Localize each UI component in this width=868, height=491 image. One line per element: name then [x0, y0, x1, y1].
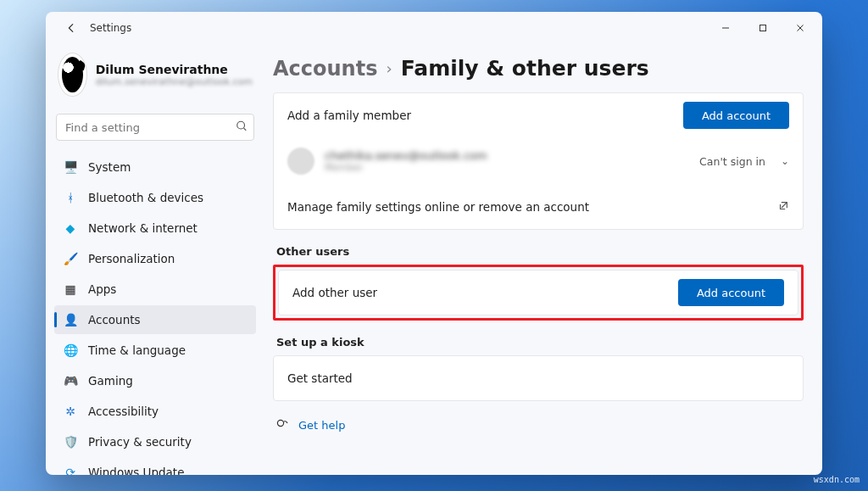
kiosk-card: Get started: [273, 355, 804, 401]
sidebar-item-system[interactable]: 🖥️System: [54, 153, 256, 181]
sidebar-item-privacy[interactable]: 🛡️Privacy & security: [54, 427, 256, 456]
svg-point-4: [277, 420, 283, 426]
accounts-icon: 👤: [63, 312, 78, 327]
bluetooth-icon: ᚼ: [63, 190, 78, 205]
add-family-member-label: Add a family member: [287, 109, 683, 122]
gaming-icon: 🎮: [63, 373, 78, 388]
window-title: Settings: [90, 22, 131, 34]
member-status: Can't sign in: [699, 155, 765, 168]
chevron-right-icon: ›: [386, 59, 392, 77]
add-other-account-button[interactable]: Add account: [678, 279, 784, 306]
windows-update-icon: ⟳: [63, 465, 78, 475]
breadcrumb: Accounts › Family & other users: [273, 47, 804, 92]
get-help-row: Get help: [273, 405, 804, 445]
add-family-member-row: Add a family member Add account: [274, 93, 803, 137]
sidebar-item-bluetooth[interactable]: ᚼBluetooth & devices: [54, 183, 256, 212]
maximize-button[interactable]: [744, 15, 782, 41]
nav-label: System: [88, 160, 131, 174]
help-icon: [276, 416, 290, 433]
nav-label: Gaming: [88, 374, 133, 388]
sidebar-item-time-language[interactable]: 🌐Time & language: [54, 336, 256, 365]
external-link-icon: [777, 200, 789, 215]
svg-rect-1: [760, 25, 766, 31]
profile-block[interactable]: Dilum Senevirathne dilum.senevirathne@ou…: [54, 49, 256, 107]
nav-label: Privacy & security: [88, 435, 192, 449]
sidebar-item-accessibility[interactable]: ✲Accessibility: [54, 397, 256, 426]
chevron-down-icon[interactable]: ⌄: [781, 155, 789, 167]
system-icon: 🖥️: [63, 159, 78, 175]
avatar: [58, 53, 87, 97]
personalization-icon: 🖌️: [63, 251, 78, 266]
member-role: Member: [325, 162, 689, 173]
back-button[interactable]: [58, 16, 85, 40]
sidebar-item-personalization[interactable]: 🖌️Personalization: [54, 244, 256, 273]
add-family-account-button[interactable]: Add account: [683, 102, 789, 129]
privacy-icon: 🛡️: [63, 434, 78, 449]
breadcrumb-category[interactable]: Accounts: [273, 57, 377, 81]
minimize-button[interactable]: [707, 15, 744, 41]
nav-label: Bluetooth & devices: [88, 191, 203, 204]
accessibility-icon: ✲: [63, 404, 78, 419]
svg-line-3: [244, 128, 247, 131]
family-card: Add a family member Add account chethika…: [273, 92, 804, 230]
nav-label: Accounts: [88, 313, 141, 326]
profile-email: dilum.senevirathne@outlook.com: [96, 76, 253, 87]
settings-window: Settings Dilum Senevirathne dilum.senevi…: [46, 12, 822, 475]
manage-family-row[interactable]: Manage family settings online or remove …: [274, 185, 803, 229]
member-avatar: [287, 148, 314, 175]
nav-label: Accessibility: [88, 405, 159, 418]
sidebar-item-accounts[interactable]: 👤Accounts: [54, 305, 256, 334]
network-icon: ◆: [63, 220, 78, 236]
close-button[interactable]: [782, 15, 819, 41]
manage-family-label: Manage family settings online or remove …: [287, 200, 777, 214]
search-icon: [236, 120, 248, 135]
sidebar-item-windows-update[interactable]: ⟳Windows Update: [54, 458, 256, 475]
sidebar-item-network[interactable]: ◆Network & internet: [54, 214, 256, 243]
time-language-icon: 🌐: [63, 343, 78, 358]
nav-label: Personalization: [88, 252, 175, 265]
main-panel: Accounts › Family & other users Add a fa…: [264, 44, 822, 475]
add-other-user-label: Add other user: [292, 286, 678, 299]
family-member-row[interactable]: chethika.senev@outlook.com Member Can't …: [274, 137, 803, 185]
kiosk-get-started-label: Get started: [287, 371, 789, 385]
page-title: Family & other users: [401, 56, 649, 81]
nav-label: Network & internet: [88, 221, 198, 235]
watermark: wsxdn.com: [814, 475, 860, 484]
get-help-link[interactable]: Get help: [298, 419, 345, 432]
kiosk-get-started-row[interactable]: Get started: [274, 356, 803, 400]
content: Dilum Senevirathne dilum.senevirathne@ou…: [46, 44, 822, 475]
sidebar-item-gaming[interactable]: 🎮Gaming: [54, 366, 256, 395]
nav: 🖥️System ᚼBluetooth & devices ◆Network &…: [54, 153, 256, 475]
nav-label: Time & language: [88, 343, 186, 357]
svg-point-2: [237, 121, 245, 129]
search-box: [56, 114, 254, 141]
profile-name: Dilum Senevirathne: [96, 63, 253, 76]
nav-label: Apps: [88, 282, 116, 296]
add-other-user-row: Add other user Add account: [279, 271, 798, 315]
nav-label: Windows Update: [88, 466, 184, 475]
apps-icon: ▦: [63, 282, 78, 297]
highlight-add-other-user: Add other user Add account: [273, 265, 804, 321]
sidebar: Dilum Senevirathne dilum.senevirathne@ou…: [46, 44, 264, 475]
sidebar-item-apps[interactable]: ▦Apps: [54, 275, 256, 304]
search-input[interactable]: [56, 114, 254, 141]
titlebar: Settings: [46, 12, 822, 44]
other-users-header: Other users: [276, 245, 804, 258]
member-name: chethika.senev@outlook.com: [325, 149, 689, 162]
kiosk-header: Set up a kiosk: [276, 336, 804, 349]
